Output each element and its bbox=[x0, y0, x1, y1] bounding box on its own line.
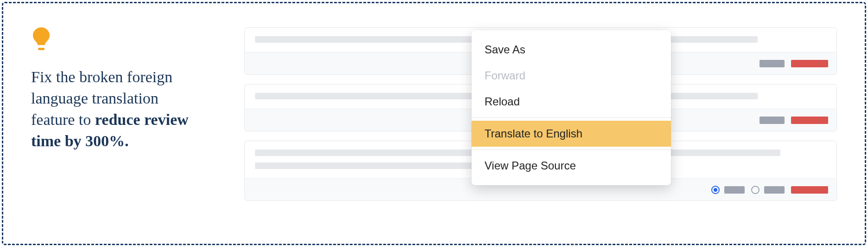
menu-divider bbox=[472, 150, 671, 150]
context-menu: Save As Forward Reload Translate to Engl… bbox=[472, 30, 671, 185]
menu-item-forward: Forward bbox=[472, 63, 671, 89]
left-column: Fix the broken foreign language translat… bbox=[31, 26, 193, 225]
menu-item-view-source[interactable]: View Page Source bbox=[472, 153, 671, 179]
radio-label-placeholder bbox=[764, 186, 785, 194]
radio-unchecked-icon bbox=[751, 186, 760, 194]
menu-item-save-as[interactable]: Save As bbox=[472, 37, 671, 63]
footer-red-block bbox=[791, 117, 828, 124]
footer-grey-block bbox=[760, 117, 785, 124]
radio-checked-icon bbox=[711, 186, 720, 194]
footer-red-block bbox=[791, 186, 828, 194]
radio-option[interactable] bbox=[751, 186, 785, 194]
svg-rect-0 bbox=[38, 48, 45, 50]
headline-text: Fix the broken foreign language translat… bbox=[31, 66, 193, 152]
menu-divider bbox=[472, 117, 671, 118]
menu-item-translate[interactable]: Translate to English bbox=[472, 121, 671, 147]
footer-grey-block bbox=[760, 60, 785, 67]
radio-label-placeholder bbox=[724, 186, 745, 194]
menu-item-reload[interactable]: Reload bbox=[472, 89, 671, 115]
lightbulb-icon bbox=[31, 26, 51, 52]
footer-red-block bbox=[791, 60, 828, 67]
radio-option[interactable] bbox=[711, 186, 745, 194]
right-column: Save As Forward Reload Translate to Engl… bbox=[244, 26, 837, 225]
feature-callout-frame: Fix the broken foreign language translat… bbox=[2, 2, 866, 245]
